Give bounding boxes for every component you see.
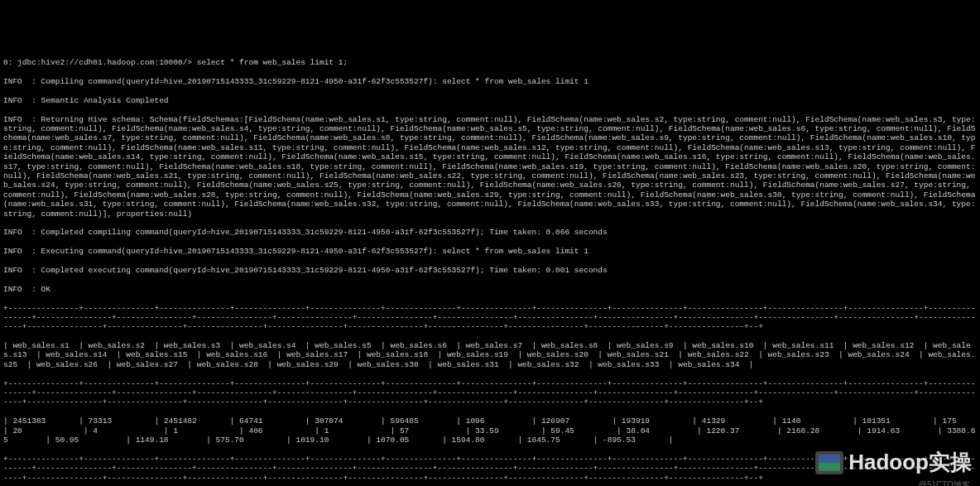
info-line: INFO : Compiling command(queryId=hive_20… — [3, 77, 977, 86]
wechat-icon — [815, 451, 843, 474]
terminal-output[interactable]: 0: jdbc:hive2://cdh01.hadoop.com:10000/>… — [0, 47, 980, 486]
table-header: | web_sales.s1 | web_sales.s2 | web_sale… — [3, 341, 977, 369]
info-schema: INFO : Returning Hive schema: Schema(fie… — [3, 115, 977, 219]
info-line: INFO : Semantic Analysis Completed — [3, 96, 977, 105]
info-line: INFO : OK — [3, 285, 977, 294]
watermark: Hadoop实操 — [815, 450, 972, 475]
table-separator: +---------------+---------------+-------… — [3, 379, 977, 407]
info-line: INFO : Executing command(queryId=hive_20… — [3, 247, 977, 256]
credit-text: @51CTO博客 — [919, 480, 970, 486]
prompt-line: 0: jdbc:hive2://cdh01.hadoop.com:10000/>… — [3, 58, 977, 67]
info-line: INFO : Completed compiling command(query… — [3, 228, 977, 237]
table-separator: +---------------+---------------+-------… — [3, 304, 977, 332]
info-line: INFO : Completed executing command(query… — [3, 266, 977, 275]
watermark-text: Hadoop实操 — [848, 450, 972, 475]
table-row: | 2451383 | 73313 | 2451482 | 64741 | 30… — [3, 416, 977, 445]
